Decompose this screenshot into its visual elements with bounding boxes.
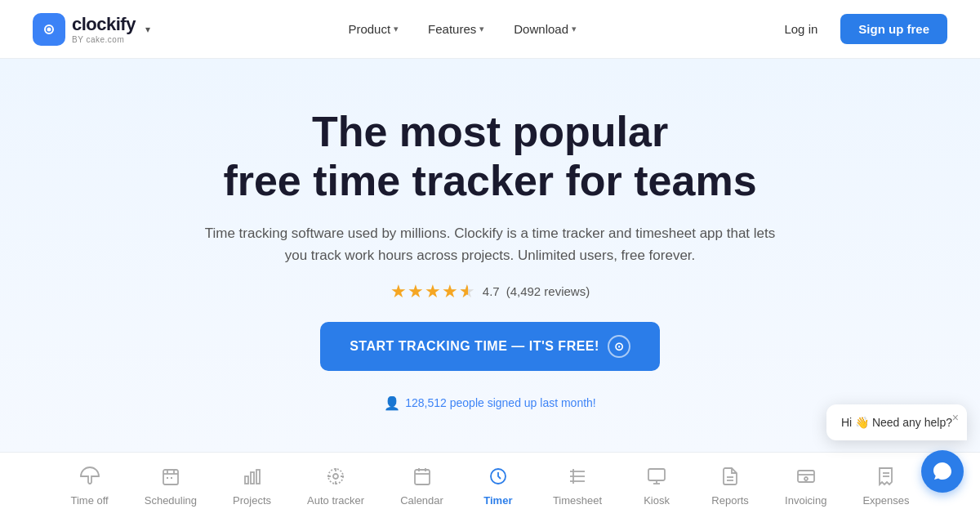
hero-headline: The most popular free time tracker for t… bbox=[33, 108, 947, 206]
svg-rect-22 bbox=[648, 469, 665, 480]
svg-rect-8 bbox=[245, 476, 248, 484]
download-chevron-icon: ▾ bbox=[572, 24, 577, 34]
logo-icon[interactable] bbox=[33, 13, 65, 46]
tab-kiosk[interactable]: Kiosk bbox=[620, 455, 693, 509]
signup-note: 👤 128,512 people signed up last month! bbox=[33, 395, 947, 411]
calendar-icon bbox=[412, 467, 432, 489]
tab-projects[interactable]: Projects bbox=[215, 455, 289, 509]
hero-section: The most popular free time tracker for t… bbox=[0, 59, 980, 452]
chat-bubble: × Hi 👋 Need any help? bbox=[826, 404, 967, 440]
hero-description: Time tracking software used by millions.… bbox=[204, 222, 776, 266]
header: clockify BY cake.com ▾ Product ▾ Feature… bbox=[0, 0, 980, 59]
svg-rect-13 bbox=[415, 470, 430, 484]
tab-time-off[interactable]: Time off bbox=[52, 455, 126, 509]
tab-calendar[interactable]: Calendar bbox=[382, 455, 461, 509]
tab-expenses[interactable]: Expenses bbox=[844, 455, 927, 509]
rating-reviews: (4,492 reviews) bbox=[506, 284, 590, 298]
feature-tabs: Time off Scheduling Projects Auto tracke… bbox=[0, 452, 980, 509]
logo-sub: BY cake.com bbox=[72, 35, 136, 44]
stars: ★★★★★★ bbox=[390, 281, 476, 302]
people-icon: 👤 bbox=[384, 395, 400, 411]
login-button[interactable]: Log in bbox=[774, 16, 827, 42]
nav-download[interactable]: Download ▾ bbox=[514, 22, 577, 36]
logo-name: clockify bbox=[72, 14, 136, 35]
features-chevron-icon: ▾ bbox=[479, 24, 484, 34]
clock-icon bbox=[488, 467, 508, 489]
bar-chart-icon bbox=[243, 467, 262, 489]
tab-auto-tracker[interactable]: Auto tracker bbox=[289, 455, 382, 509]
document-icon bbox=[720, 467, 740, 489]
svg-point-29 bbox=[804, 477, 808, 480]
close-icon[interactable]: × bbox=[952, 411, 959, 424]
header-actions: Log in Sign up free bbox=[774, 14, 947, 44]
svg-rect-10 bbox=[256, 470, 260, 484]
half-star-icon: ★★ bbox=[459, 281, 476, 302]
tab-scheduling[interactable]: Scheduling bbox=[127, 455, 215, 509]
umbrella-icon bbox=[80, 467, 100, 489]
logo-area: clockify BY cake.com ▾ bbox=[33, 13, 150, 46]
nav-features[interactable]: Features ▾ bbox=[428, 22, 484, 36]
tab-timer[interactable]: Timer bbox=[461, 455, 535, 509]
tab-invoicing[interactable]: Invoicing bbox=[767, 455, 844, 509]
list-icon bbox=[568, 467, 587, 489]
tab-reports[interactable]: Reports bbox=[693, 455, 767, 509]
dollar-icon bbox=[796, 467, 816, 489]
main-nav: Product ▾ Features ▾ Download ▾ bbox=[348, 22, 577, 36]
nav-product[interactable]: Product ▾ bbox=[348, 22, 399, 36]
location-icon bbox=[326, 467, 345, 489]
rating-row: ★★★★★★ 4.7 (4,492 reviews) bbox=[33, 281, 947, 302]
tab-timesheet[interactable]: Timesheet bbox=[535, 455, 620, 509]
cta-button[interactable]: START TRACKING TIME — IT'S FREE! ⊙ bbox=[320, 322, 660, 371]
signup-button[interactable]: Sign up free bbox=[840, 14, 947, 44]
rating-value: 4.7 bbox=[483, 284, 500, 298]
logo-chevron-icon[interactable]: ▾ bbox=[145, 24, 150, 35]
svg-point-11 bbox=[333, 474, 338, 479]
chat-button[interactable] bbox=[921, 450, 964, 493]
product-chevron-icon: ▾ bbox=[394, 24, 399, 34]
svg-rect-9 bbox=[251, 472, 254, 484]
svg-rect-1 bbox=[163, 470, 178, 484]
cta-arrow-icon: ⊙ bbox=[608, 335, 630, 358]
receipt-icon bbox=[876, 467, 896, 489]
scheduling-icon bbox=[161, 467, 180, 489]
monitor-icon bbox=[647, 467, 666, 489]
